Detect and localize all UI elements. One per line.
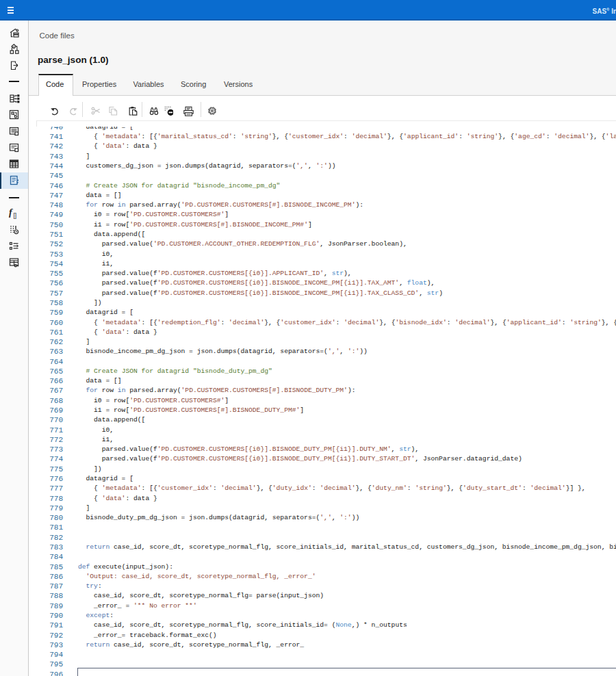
svg-text:[]: []: [14, 212, 17, 219]
svg-text:f: f: [9, 207, 13, 218]
